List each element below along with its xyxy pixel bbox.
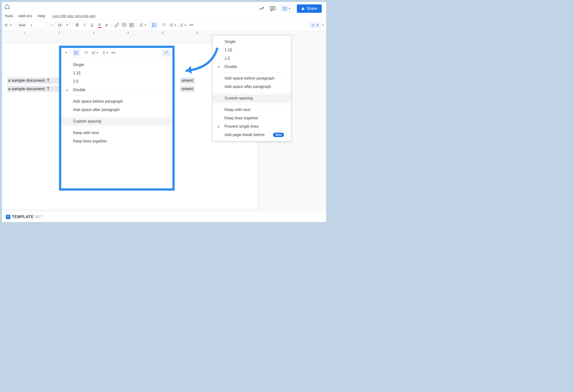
checklist-button-zoom[interactable] bbox=[83, 49, 90, 56]
chevron-down-icon: ▼ bbox=[316, 24, 319, 27]
spacing-after-zoom[interactable]: Add space after paragraph bbox=[61, 106, 172, 114]
callout-zoom: ▼ ▼ ▼ ••• Single 1.15 bbox=[59, 46, 175, 191]
svg-rect-18 bbox=[171, 24, 173, 24]
align-dropdown[interactable]: ▼ bbox=[138, 21, 147, 29]
insert-image-button[interactable] bbox=[128, 21, 135, 29]
menu-tools[interactable]: Tools bbox=[2, 13, 16, 19]
right-actions: ▼ Share bbox=[258, 4, 322, 13]
separator bbox=[47, 22, 47, 28]
callout-toolbar: ▼ ▼ ▼ ••• bbox=[61, 48, 172, 58]
spacing-15[interactable]: 1.5 bbox=[213, 54, 291, 63]
doc-text: ument. bbox=[180, 77, 195, 84]
spacing-custom[interactable]: Custom spacing bbox=[213, 94, 291, 102]
editing-mode-zoom[interactable] bbox=[163, 49, 170, 56]
italic-button[interactable]: I bbox=[81, 21, 88, 29]
highlight-button[interactable] bbox=[103, 21, 110, 29]
bullet-list-dropdown[interactable]: ▼ bbox=[168, 21, 178, 29]
spacing-after[interactable]: Add space after paragraph bbox=[213, 83, 291, 91]
comments-icon[interactable] bbox=[269, 5, 276, 12]
spacing-double[interactable]: Double bbox=[213, 63, 291, 71]
spacing-before-zoom[interactable]: Add space before paragraph bbox=[61, 97, 172, 106]
svg-text:3: 3 bbox=[180, 26, 181, 27]
line-spacing-menu: Single 1.15 1.5 Double Add space before … bbox=[212, 35, 291, 141]
more-zoom[interactable]: ••• bbox=[110, 49, 117, 56]
line-spacing-button-zoom[interactable] bbox=[73, 49, 80, 56]
svg-rect-35 bbox=[93, 51, 95, 52]
menu-addons[interactable]: Add-ons bbox=[16, 13, 35, 19]
bullet-list-zoom[interactable]: ▼ bbox=[90, 49, 100, 56]
insert-link-button[interactable] bbox=[113, 21, 120, 29]
toolbar: xt ▼ Arial ▼ − 11 + B I U A bbox=[2, 20, 326, 30]
font-size-control: − 11 + bbox=[49, 22, 71, 28]
spacing-custom-zoom[interactable]: Custom spacing bbox=[61, 117, 172, 126]
svg-point-38 bbox=[92, 54, 92, 54]
app-window: ▼ Share Tools Add-ons Help Last edit was… bbox=[2, 2, 326, 222]
editing-mode-button[interactable]: ▼ bbox=[309, 22, 321, 28]
checklist-button[interactable] bbox=[161, 21, 168, 29]
ruler-tick: 3 bbox=[93, 31, 94, 34]
separator bbox=[112, 22, 112, 28]
spacing-prevent-single[interactable]: Prevent single lines bbox=[213, 122, 291, 131]
chevron-down-icon: ▼ bbox=[30, 24, 33, 27]
spacing-15-zoom[interactable]: 1.5 bbox=[61, 77, 172, 86]
more-button[interactable]: ••• bbox=[188, 21, 195, 29]
spacing-single-zoom[interactable]: Single bbox=[61, 61, 172, 69]
separator bbox=[159, 22, 159, 28]
ruler: 1 2 3 4 5 6 bbox=[2, 30, 326, 35]
new-badge: New bbox=[273, 133, 284, 137]
svg-rect-22 bbox=[171, 26, 173, 27]
spacing-page-break[interactable]: Add page break before New bbox=[213, 131, 291, 139]
font-size-value[interactable]: 11 bbox=[56, 22, 64, 28]
ruler-tick: 1 bbox=[24, 31, 26, 34]
svg-point-19 bbox=[170, 25, 170, 26]
styles-dropdown[interactable]: xt ▼ bbox=[3, 21, 13, 29]
share-label: Share bbox=[307, 6, 317, 11]
spacing-115-zoom[interactable]: 1.15 bbox=[61, 69, 172, 77]
spacing-double-zoom[interactable]: Double bbox=[61, 86, 172, 94]
underline-button[interactable]: U bbox=[88, 21, 95, 29]
spacing-before[interactable]: Add space before paragraph bbox=[213, 74, 291, 83]
bold-button[interactable]: B bbox=[74, 21, 81, 29]
line-spacing-button[interactable] bbox=[151, 21, 158, 29]
present-button[interactable]: ▼ bbox=[281, 5, 292, 12]
svg-point-34 bbox=[92, 51, 92, 52]
font-size-decrease[interactable]: − bbox=[49, 22, 56, 28]
dropdown-caret[interactable]: ▼ bbox=[63, 49, 70, 56]
spacing-keep-next[interactable]: Keep with next bbox=[213, 106, 291, 114]
callout-spacing-menu: Single 1.15 1.5 Double Add space before … bbox=[61, 58, 172, 148]
separator bbox=[137, 22, 137, 28]
svg-point-21 bbox=[170, 26, 170, 27]
font-family-select[interactable]: Arial ▼ bbox=[16, 22, 46, 28]
svg-point-8 bbox=[131, 24, 131, 25]
spacing-115[interactable]: 1.15 bbox=[213, 46, 291, 54]
font-size-increase[interactable]: + bbox=[64, 22, 70, 28]
svg-rect-0 bbox=[270, 6, 275, 10]
menu-separator bbox=[213, 104, 291, 104]
menu-separator bbox=[213, 92, 291, 93]
menu-bar: Tools Add-ons Help Last edit was seconds… bbox=[2, 12, 326, 20]
watermark-bold: TEMPLATE bbox=[12, 215, 34, 219]
doc-home-icon[interactable] bbox=[4, 4, 10, 10]
share-button[interactable]: Share bbox=[297, 4, 322, 13]
spacing-keep-lines-zoom[interactable]: Keep lines together bbox=[61, 137, 172, 145]
activity-icon[interactable] bbox=[258, 5, 265, 12]
doc-text: a sample document. T bbox=[7, 77, 64, 84]
spacing-keep-lines[interactable]: Keep lines together bbox=[213, 114, 291, 122]
svg-point-17 bbox=[170, 24, 170, 24]
watermark-icon: T bbox=[6, 215, 10, 219]
numbered-list-zoom[interactable]: ▼ bbox=[100, 49, 109, 56]
doc-text: a sample document. T bbox=[7, 86, 64, 92]
collapse-toolbar-button[interactable] bbox=[320, 21, 326, 29]
spacing-single[interactable]: Single bbox=[213, 37, 291, 46]
menu-separator bbox=[213, 73, 291, 73]
last-edit-link[interactable]: Last edit was seconds ago bbox=[52, 14, 96, 18]
spacing-keep-next-zoom[interactable]: Keep with next bbox=[61, 129, 172, 137]
text-color-button[interactable]: A bbox=[96, 21, 103, 29]
numbered-list-dropdown[interactable]: 123 ▼ bbox=[178, 21, 187, 29]
separator bbox=[72, 22, 72, 28]
chevron-down-icon: ▼ bbox=[288, 7, 291, 10]
separator bbox=[149, 22, 149, 28]
ruler-tick: 4 bbox=[127, 31, 129, 34]
add-comment-button[interactable] bbox=[121, 21, 128, 29]
menu-help[interactable]: Help bbox=[35, 13, 48, 19]
